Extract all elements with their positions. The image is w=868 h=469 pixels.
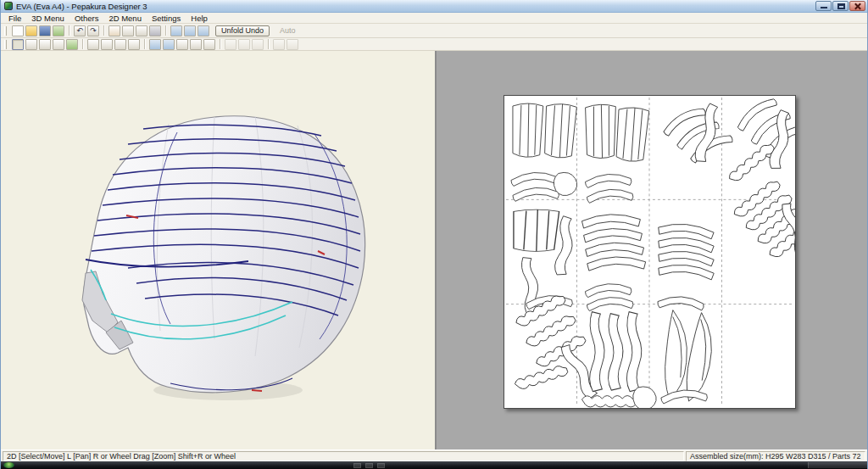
auto-label: Auto [280, 26, 296, 35]
texture-icon[interactable] [53, 25, 64, 36]
minimize-button[interactable] [815, 1, 832, 11]
eraser-icon[interactable] [122, 25, 134, 36]
align-right-icon[interactable] [252, 39, 264, 50]
view-2d-icon[interactable] [198, 25, 209, 36]
zoom-out-icon[interactable] [287, 39, 298, 50]
edit-edge-icon[interactable] [66, 39, 78, 50]
taskbar-app-icon[interactable] [353, 463, 361, 468]
start-button[interactable] [3, 462, 14, 468]
system-tray[interactable] [808, 462, 867, 468]
menubar: File 3D Menu Others 2D Menu Settings Hel… [1, 13, 867, 24]
statusbar: 2D [Select/Move] L [Pan] R or Wheel Drag… [1, 449, 867, 461]
view-3d-icon[interactable] [184, 25, 196, 36]
3d-view-pane[interactable] [1, 51, 435, 449]
undo-icon[interactable]: ↶ [74, 25, 86, 36]
pan-icon[interactable] [39, 39, 51, 50]
check-icon[interactable] [190, 39, 202, 50]
menu-help[interactable]: Help [186, 14, 213, 23]
toolbar-grip-2[interactable] [4, 40, 7, 49]
flip-icon[interactable] [114, 39, 126, 50]
rotate-icon[interactable] [25, 39, 37, 50]
divide-icon[interactable] [87, 39, 99, 50]
pen-icon[interactable] [108, 25, 120, 36]
pepakura-window: EVA (Eva A4) - Pepakura Designer 3 File … [0, 0, 868, 469]
titlebar[interactable]: EVA (Eva A4) - Pepakura Designer 3 [1, 0, 867, 13]
window-controls [815, 1, 865, 11]
zoom-in-icon[interactable] [273, 39, 285, 50]
taskbar[interactable] [1, 461, 867, 469]
menu-file[interactable]: File [3, 14, 26, 23]
unfold-undo-button[interactable]: Unfold Undo [215, 25, 270, 36]
status-hint: 2D [Select/Move] L [Pan] R or Wheel Drag… [3, 451, 684, 461]
align-left-icon[interactable] [225, 39, 236, 50]
toolbar-2d [1, 38, 867, 51]
redo-icon[interactable]: ↷ [87, 25, 99, 36]
print-icon[interactable] [149, 25, 161, 36]
order-icon[interactable] [149, 39, 161, 50]
2d-pattern-pane[interactable] [437, 51, 867, 449]
pattern-sheet [504, 95, 796, 409]
open-folder-icon[interactable] [25, 25, 37, 36]
helmet-3d-render [1, 51, 435, 449]
taskbar-app-icon[interactable] [377, 463, 385, 468]
menu-3d[interactable]: 3D Menu [26, 14, 70, 23]
assembled-size: Assembled size(mm): H295 W283 D315 / Par… [686, 451, 865, 461]
new-file-icon[interactable] [12, 25, 24, 36]
zoom-icon[interactable] [53, 39, 64, 50]
view-split-icon[interactable] [170, 25, 182, 36]
part-number-icon[interactable] [163, 39, 175, 50]
menu-2d[interactable]: 2D Menu [103, 14, 147, 23]
window-title: EVA (Eva A4) - Pepakura Designer 3 [16, 2, 147, 11]
join-icon[interactable] [101, 39, 113, 50]
grid-icon[interactable] [176, 39, 188, 50]
taskbar-app-icon[interactable] [365, 463, 373, 468]
flap-icon[interactable] [128, 39, 140, 50]
select-move-icon[interactable] [12, 39, 24, 50]
measure-icon[interactable] [136, 25, 147, 36]
scale-icon[interactable] [203, 39, 215, 50]
menu-settings[interactable]: Settings [147, 14, 186, 23]
toolbar-main: ↶ ↷ Unfold Undo Auto [1, 24, 867, 38]
workspace [1, 51, 867, 449]
toolbar-grip[interactable] [4, 26, 7, 36]
save-icon[interactable] [39, 25, 51, 36]
pattern-pieces-render [504, 96, 795, 408]
close-button[interactable] [849, 1, 865, 11]
align-center-icon[interactable] [238, 39, 250, 50]
menu-others[interactable]: Others [70, 14, 104, 23]
maximize-button[interactable] [832, 1, 849, 11]
app-icon [4, 2, 13, 10]
